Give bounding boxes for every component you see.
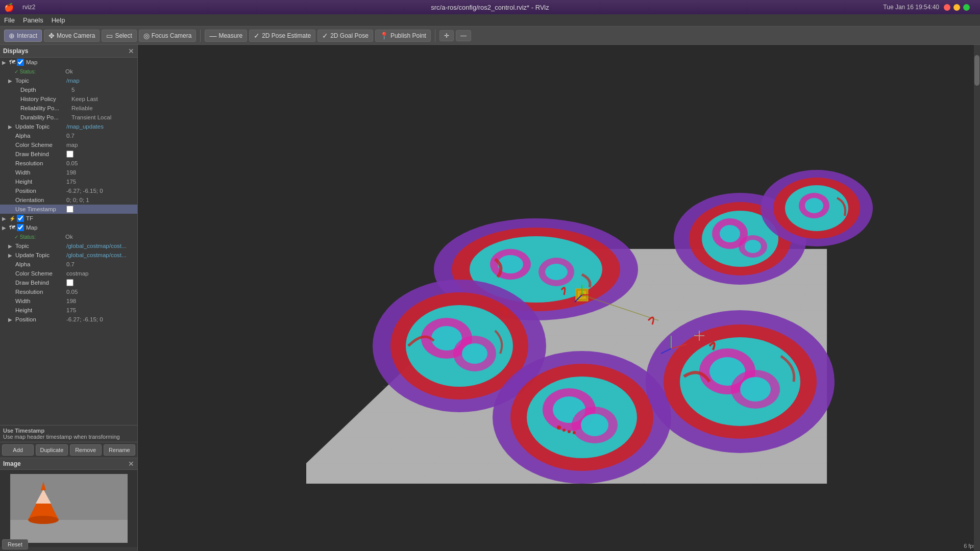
measure-button[interactable]: — Measure xyxy=(205,30,247,42)
reliability-key: Reliability Po... xyxy=(20,105,71,111)
publish-point-button[interactable]: 📍 Publish Point xyxy=(375,30,431,42)
menu-panels[interactable]: Panels xyxy=(23,16,43,24)
pose-estimate-icon: ✓ xyxy=(254,32,260,40)
close-button[interactable] xyxy=(944,4,950,11)
menu-help[interactable]: Help xyxy=(52,16,65,24)
move-camera-label: Move Camera xyxy=(57,32,95,39)
orientation1-key: Orientation xyxy=(15,197,66,203)
viewport[interactable]: 6 fps xyxy=(138,45,980,551)
goal-pose-icon: ✓ xyxy=(322,32,328,40)
image-close-button[interactable]: ✕ xyxy=(128,460,134,468)
select-button[interactable]: ▭ Select xyxy=(102,30,136,42)
pose-estimate-button[interactable]: ✓ 2D Pose Estimate xyxy=(249,30,315,42)
displays-tree[interactable]: ▶ 🗺 Map ✓ Status: Ok ▶ Topic /map xyxy=(0,58,137,425)
interact-button[interactable]: ⊕ Interact xyxy=(4,30,42,42)
menu-file[interactable]: File xyxy=(4,16,15,24)
position1-key: Position xyxy=(15,188,66,194)
drawbehind2-checkbox[interactable] xyxy=(66,279,74,286)
update-topic2-val: /global_costmap/cost... xyxy=(66,252,127,258)
update-topic1-val: /map_updates xyxy=(66,123,104,130)
tree-row-alpha1[interactable]: Alpha 0.7 xyxy=(0,131,137,140)
tree-row-update-topic2[interactable]: ▶ Update Topic /global_costmap/cost... xyxy=(0,251,137,260)
goal-pose-button[interactable]: ✓ 2D Goal Pose xyxy=(317,30,373,42)
map2-label: Map xyxy=(26,224,77,231)
toolbar: ⊕ Interact ✥ Move Camera ▭ Select ◎ Focu… xyxy=(0,27,980,45)
tree-row-position2: ▶ Position -6.27; -6.15; 0 xyxy=(0,315,137,324)
minimize-button[interactable] xyxy=(953,4,960,11)
tf-checkbox[interactable] xyxy=(17,215,24,222)
pose-estimate-label: 2D Pose Estimate xyxy=(262,32,311,39)
expand-map1[interactable]: ▶ xyxy=(2,60,9,65)
displays-close-button[interactable]: ✕ xyxy=(128,47,134,55)
tree-row-topic1[interactable]: ▶ Topic /map xyxy=(0,76,137,85)
status1-val: Ok xyxy=(65,68,73,74)
tree-row-update-topic1[interactable]: ▶ Update Topic /map_updates xyxy=(0,122,137,131)
expand-position2[interactable]: ▶ xyxy=(8,317,15,322)
usetimestamp1-checkbox[interactable] xyxy=(66,206,74,213)
drawbehind1-checkbox[interactable] xyxy=(66,151,74,158)
expand-update1[interactable]: ▶ xyxy=(8,124,15,130)
tree-row-colorscheme2[interactable]: Color Scheme costmap xyxy=(0,269,137,278)
clock: Tue Jan 16 19:54:40 xyxy=(883,4,939,11)
tree-row-tf[interactable]: ▶ ⚡ TF xyxy=(0,214,137,223)
tree-row-colorscheme1[interactable]: Color Scheme map xyxy=(0,140,137,149)
scrollbar-thumb[interactable] xyxy=(974,55,979,86)
height1-key: Height xyxy=(15,179,66,185)
width1-key: Width xyxy=(15,169,66,176)
focus-camera-label: Focus Camera xyxy=(152,32,192,39)
tree-row-drawbehind2[interactable]: Draw Behind xyxy=(0,278,137,287)
duplicate-button[interactable]: Duplicate xyxy=(36,444,67,456)
map1-checkbox[interactable] xyxy=(17,59,24,66)
status-title: Use Timestamp xyxy=(3,428,134,434)
width2-key: Width xyxy=(15,298,66,304)
viewport-scrollbar[interactable] xyxy=(974,45,980,551)
expand-update2[interactable]: ▶ xyxy=(8,253,15,258)
focus-camera-button[interactable]: ◎ Focus Camera xyxy=(139,30,197,42)
goal-pose-label: 2D Goal Pose xyxy=(330,32,369,39)
svg-point-40 xyxy=(720,225,740,242)
tree-row-drawbehind1[interactable]: Draw Behind xyxy=(0,149,137,159)
tree-row-history: History Policy Keep Last xyxy=(0,94,137,104)
svg-point-42 xyxy=(745,240,761,253)
expand-map2[interactable]: ▶ xyxy=(2,225,9,231)
tree-row-durability: Durability Po... Transient Local xyxy=(0,113,137,122)
position2-key: Position xyxy=(15,316,66,322)
tree-row-map2[interactable]: ▶ 🗺 Map xyxy=(0,223,137,232)
tree-row-usetimestamp1[interactable]: Use Timestamp xyxy=(0,205,137,214)
colorscheme2-key: Color Scheme xyxy=(15,270,66,277)
toolbar-separator xyxy=(200,30,201,42)
maximize-button[interactable] xyxy=(963,4,970,11)
position2-val: -6.27; -6.15; 0 xyxy=(66,316,103,322)
reset-button[interactable]: Reset xyxy=(2,539,28,549)
rename-button[interactable]: Rename xyxy=(104,444,135,456)
publish-point-label: Publish Point xyxy=(390,32,426,39)
update-topic2-key: Update Topic xyxy=(15,252,66,258)
update-topic1-key: Update Topic xyxy=(15,123,66,130)
tree-row-topic2[interactable]: ▶ Topic /global_costmap/cost... xyxy=(0,241,137,251)
remove-button[interactable]: Remove xyxy=(70,444,102,456)
history-key: History Policy xyxy=(20,96,71,102)
drawbehind2-key: Draw Behind xyxy=(15,280,66,286)
orientation1-val: 0; 0; 0; 1 xyxy=(66,197,89,203)
interact-label: Interact xyxy=(17,32,37,39)
add-button[interactable]: Add xyxy=(2,444,34,456)
expand-topic1[interactable]: ▶ xyxy=(8,78,15,84)
move-camera-button[interactable]: ✥ Move Camera xyxy=(44,30,100,42)
interact-icon: ⊕ xyxy=(9,32,15,40)
extra-button-2[interactable]: — xyxy=(456,30,471,41)
map2-checkbox[interactable] xyxy=(17,224,24,231)
tree-row-depth: Depth 5 xyxy=(0,85,137,94)
extra-icon-1: ✛ xyxy=(444,32,449,39)
expand-tf[interactable]: ▶ xyxy=(2,216,9,221)
main-layout: Displays ✕ ▶ 🗺 Map ✓ Status: Ok ▶ Topic xyxy=(0,45,980,551)
toolbar-separator-2 xyxy=(435,30,435,42)
resolution1-val: 0.05 xyxy=(66,160,78,166)
tree-row-map1[interactable]: ▶ 🗺 Map xyxy=(0,58,137,67)
durability-key: Durability Po... xyxy=(20,114,71,120)
status2-val: Ok xyxy=(65,234,73,240)
tree-row-orientation1: Orientation 0; 0; 0; 1 xyxy=(0,195,137,205)
extra-button-1[interactable]: ✛ xyxy=(439,30,454,41)
tree-row-alpha2[interactable]: Alpha 0.7 xyxy=(0,260,137,269)
expand-topic2[interactable]: ▶ xyxy=(8,243,15,249)
tree-row-width1: Width 198 xyxy=(0,168,137,177)
